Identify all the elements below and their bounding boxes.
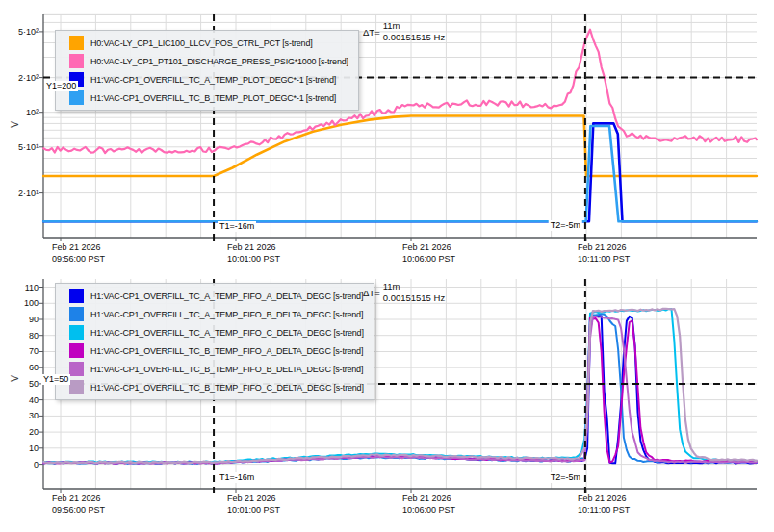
y-tick-label: 10 xyxy=(2,443,39,453)
legend-swatch xyxy=(69,54,84,68)
legend-series-label: H1:VAC-CP1_OVERFILL_TC_A_TEMP_PLOT_DEGC*… xyxy=(90,75,336,85)
y-tick-label: 70 xyxy=(2,346,39,356)
delta-t-frequency: 0.00151515 Hz xyxy=(383,292,445,304)
legend-item[interactable]: H1:VAC-CP1_OVERFILL_TC_B_TEMP_FIFO_C_DEL… xyxy=(69,378,364,396)
x-tick-label: Feb 21 2026 09:56:00 PST xyxy=(52,493,105,516)
y-tick-label: 20 xyxy=(2,427,39,437)
legend-top-chart: H0:VAC-LY_CP1_LIC100_LLCV_POS_CTRL_PCT [… xyxy=(55,30,359,111)
legend-bottom-chart: H1:VAC-CP1_OVERFILL_TC_A_TEMP_FIFO_A_DEL… xyxy=(55,283,374,400)
legend-item[interactable]: H0:VAC-LY_CP1_PT101_DISCHARGE_PRESS_PSIG… xyxy=(69,52,348,70)
y-tick-label: 10² xyxy=(2,108,39,117)
delta-t-duration: 11m xyxy=(383,20,445,32)
delta-t-label: ΔT= xyxy=(363,288,380,298)
x-tick-label: Feb 21 2026 10:01:00 PST xyxy=(227,241,280,265)
legend-item[interactable]: H1:VAC-CP1_OVERFILL_TC_A_TEMP_FIFO_C_DEL… xyxy=(69,323,364,342)
legend-swatch xyxy=(69,90,84,105)
y-tick-label: 0 xyxy=(2,460,39,469)
legend-series-label: H1:VAC-CP1_OVERFILL_TC_B_TEMP_PLOT_DEGC*… xyxy=(90,93,336,103)
delta-t-duration: 11m xyxy=(383,281,445,292)
legend-series-label: H1:VAC-CP1_OVERFILL_TC_B_TEMP_FIFO_C_DEL… xyxy=(90,383,364,393)
legend-item[interactable]: H1:VAC-CP1_OVERFILL_TC_A_TEMP_PLOT_DEGC*… xyxy=(69,70,348,89)
delta-t-annotation-bottom: ΔT= 11m 0.00151515 Hz xyxy=(363,281,445,304)
legend-item[interactable]: H1:VAC-CP1_OVERFILL_TC_B_TEMP_FIFO_B_DEL… xyxy=(69,360,364,378)
legend-series-label: H1:VAC-CP1_OVERFILL_TC_A_TEMP_FIFO_A_DEL… xyxy=(90,291,363,301)
y-tick-label: 60 xyxy=(2,363,39,372)
x-tick-label: Feb 21 2026 10:11:00 PST xyxy=(578,493,630,516)
x-tick-label: Feb 21 2026 10:11:00 PST xyxy=(578,241,630,265)
legend-swatch xyxy=(69,325,84,340)
legend-swatch xyxy=(69,343,84,358)
legend-item[interactable]: H1:VAC-CP1_OVERFILL_TC_B_TEMP_PLOT_DEGC*… xyxy=(69,89,348,107)
x-tick-label: Feb 21 2026 10:06:00 PST xyxy=(402,241,455,265)
y-tick-label: 2·10¹ xyxy=(2,189,39,198)
delta-t-annotation-top: ΔT= 11m 0.00151515 Hz xyxy=(363,20,445,43)
legend-swatch xyxy=(69,36,84,50)
y-tick-label: 2·10² xyxy=(2,73,39,83)
legend-swatch xyxy=(69,289,84,303)
legend-swatch xyxy=(69,362,84,376)
y-tick-label: 90 xyxy=(2,315,39,324)
delta-t-label: ΔT= xyxy=(363,27,380,38)
y-tick-label: 80 xyxy=(2,331,39,341)
legend-swatch xyxy=(69,380,84,394)
trend-viewer: H0:VAC-LY_CP1_LIC100_LLCV_POS_CTRL_PCT [… xyxy=(0,0,774,532)
y-tick-label: 100 xyxy=(2,298,39,308)
legend-series-label: H1:VAC-CP1_OVERFILL_TC_B_TEMP_FIFO_B_DEL… xyxy=(90,365,363,374)
legend-item[interactable]: H0:VAC-LY_CP1_LIC100_LLCV_POS_CTRL_PCT [… xyxy=(69,34,348,52)
delta-t-frequency: 0.00151515 Hz xyxy=(383,32,445,43)
legend-series-label: H1:VAC-CP1_OVERFILL_TC_B_TEMP_FIFO_A_DEL… xyxy=(90,346,363,356)
t2-cursor-label-bottom[interactable]: T2=-5m xyxy=(549,472,582,483)
x-tick-label: Feb 21 2026 10:06:00 PST xyxy=(402,493,455,516)
legend-item[interactable]: H1:VAC-CP1_OVERFILL_TC_A_TEMP_FIFO_A_DEL… xyxy=(69,287,364,305)
y-tick-label: 50 xyxy=(2,379,39,389)
legend-series-label: H0:VAC-LY_CP1_PT101_DISCHARGE_PRESS_PSIG… xyxy=(90,57,348,66)
legend-series-label: H1:VAC-CP1_OVERFILL_TC_A_TEMP_FIFO_C_DEL… xyxy=(90,328,364,338)
t2-cursor-label-top[interactable]: T2=-5m xyxy=(549,220,582,231)
y-axis-label-top: V xyxy=(10,121,20,128)
y-tick-label: 30 xyxy=(2,411,39,420)
legend-swatch xyxy=(69,307,84,321)
legend-item[interactable]: H1:VAC-CP1_OVERFILL_TC_A_TEMP_FIFO_B_DEL… xyxy=(69,305,364,323)
y-tick-label: 5·10² xyxy=(2,27,39,37)
t1-cursor-label-top[interactable]: T1=-16m xyxy=(218,221,256,232)
legend-series-label: H1:VAC-CP1_OVERFILL_TC_A_TEMP_FIFO_B_DEL… xyxy=(90,310,363,319)
legend-item[interactable]: H1:VAC-CP1_OVERFILL_TC_B_TEMP_FIFO_A_DEL… xyxy=(69,342,364,360)
x-tick-label: Feb 21 2026 09:56:00 PST xyxy=(52,241,105,265)
x-tick-label: Feb 21 2026 10:01:00 PST xyxy=(227,493,280,516)
y-tick-label: 40 xyxy=(2,395,39,405)
legend-series-label: H0:VAC-LY_CP1_LIC100_LLCV_POS_CTRL_PCT [… xyxy=(90,38,313,48)
y-tick-label: 110 xyxy=(2,283,39,292)
y1-cursor-label-top[interactable]: Y1=200 xyxy=(44,81,78,91)
t1-cursor-label-bottom[interactable]: T1=-16m xyxy=(218,472,256,483)
y-tick-label: 5·10¹ xyxy=(2,142,39,152)
y1-cursor-label-bottom[interactable]: Y1=50 xyxy=(41,374,70,385)
